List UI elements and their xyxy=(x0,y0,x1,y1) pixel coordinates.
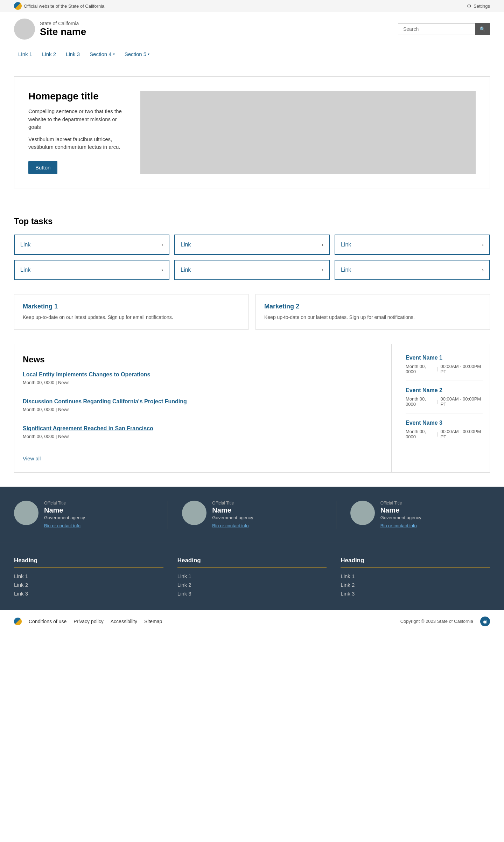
news-link-0[interactable]: Local Entity Implements Changes to Opera… xyxy=(23,371,383,378)
marketing-section: Marketing 1 Keep up-to-date on our lates… xyxy=(14,294,490,330)
event-item-2: Event Name 3 Month 00, 0000 | 00:00AM - … xyxy=(406,420,483,446)
leader-bio-0[interactable]: Bio or contact info xyxy=(44,523,80,528)
event-name-2[interactable]: Event Name 3 xyxy=(406,420,483,426)
leader-bio-1[interactable]: Bio or contact info xyxy=(212,523,248,528)
footer-link-2-1[interactable]: Link 2 xyxy=(341,582,490,588)
leader-info-1: Official Title Name Government agency Bi… xyxy=(212,501,253,529)
leader-name-1: Name xyxy=(212,506,253,514)
task-card-4[interactable]: Link › xyxy=(174,260,330,280)
hero-text: Homepage title Compelling sentence or tw… xyxy=(28,91,126,174)
ca-logo-small-icon xyxy=(14,2,22,10)
chevron-right-icon: › xyxy=(322,267,323,273)
event-name-0[interactable]: Event Name 1 xyxy=(406,355,483,361)
task-card-0[interactable]: Link › xyxy=(14,235,169,255)
marketing-desc-1: Keep up-to-date on our latest updates. S… xyxy=(264,314,481,321)
view-all-link[interactable]: View all xyxy=(23,455,41,461)
event-meta-1: Month 00, 0000 | 00:00AM - 00:00PM PT xyxy=(406,396,483,407)
chevron-right-icon: › xyxy=(322,242,323,248)
site-title-block: State of California Site name xyxy=(40,21,86,37)
news-link-1[interactable]: Discussion Continues Regarding Californi… xyxy=(23,398,383,405)
chevron-right-icon: › xyxy=(161,267,163,273)
main-nav: Link 1 Link 2 Link 3 Section 4 ▾ Section… xyxy=(0,46,504,62)
leadership-section: Official Title Name Government agency Bi… xyxy=(0,487,504,543)
footer-link-2-0[interactable]: Link 1 xyxy=(341,573,490,579)
event-divider: | xyxy=(436,399,438,404)
nav-item-link2[interactable]: Link 2 xyxy=(38,46,60,62)
nav-item-section5[interactable]: Section 5 ▾ xyxy=(120,46,154,62)
top-tasks-section: Top tasks Link › Link › Link › Link › Li… xyxy=(0,202,504,294)
hero-desc1: Compelling sentence or two that ties the… xyxy=(28,107,126,131)
chevron-down-icon: ▾ xyxy=(113,52,115,56)
site-header: State of California Site name 🔍 xyxy=(0,12,504,46)
top-bar-left: Official website of the State of Califor… xyxy=(14,2,104,10)
news-link-2[interactable]: Significant Agreement Reached in San Fra… xyxy=(23,425,383,432)
leader-avatar-0 xyxy=(14,501,38,525)
task-card-3[interactable]: Link › xyxy=(14,260,169,280)
leader-official-title-2: Official Title xyxy=(380,501,421,506)
leader-card-1: Official Title Name Government agency Bi… xyxy=(182,501,322,529)
nav-item-link1[interactable]: Link 1 xyxy=(14,46,36,62)
leader-card-2: Official Title Name Government agency Bi… xyxy=(350,501,490,529)
hero-button[interactable]: Button xyxy=(28,161,57,174)
footer-accessibility-link[interactable]: Accessibility xyxy=(111,619,137,624)
nav-item-section4[interactable]: Section 4 ▾ xyxy=(85,46,119,62)
leader-name-2: Name xyxy=(380,506,421,514)
event-divider: | xyxy=(436,366,438,371)
bottom-footer-links: Conditions of use Privacy policy Accessi… xyxy=(29,619,162,624)
settings-label: Settings xyxy=(474,4,490,9)
footer-link-1-0[interactable]: Link 1 xyxy=(177,573,327,579)
footer-col-0: Heading Link 1 Link 2 Link 3 xyxy=(14,557,163,599)
event-name-1[interactable]: Event Name 2 xyxy=(406,387,483,394)
footer-link-0-0[interactable]: Link 1 xyxy=(14,573,163,579)
task-card-5[interactable]: Link › xyxy=(335,260,490,280)
marketing-card-1: Marketing 2 Keep up-to-date on our lates… xyxy=(255,294,490,330)
footer-link-0-1[interactable]: Link 2 xyxy=(14,582,163,588)
footer-link-2-2[interactable]: Link 3 xyxy=(341,591,490,597)
nav-item-link3[interactable]: Link 3 xyxy=(62,46,84,62)
news-item-2: Significant Agreement Reached in San Fra… xyxy=(23,425,383,446)
leader-avatar-1 xyxy=(182,501,206,525)
marketing-card-0: Marketing 1 Keep up-to-date on our lates… xyxy=(14,294,248,330)
site-name: Site name xyxy=(40,26,86,37)
task-card-2[interactable]: Link › xyxy=(335,235,490,255)
chevron-down-icon: ▾ xyxy=(148,52,149,56)
news-section: News Local Entity Implements Changes to … xyxy=(14,344,392,472)
news-meta-2: Month 00, 0000 | News xyxy=(23,434,69,439)
footer-sitemap-link[interactable]: Sitemap xyxy=(144,619,162,624)
hero-section: Homepage title Compelling sentence or tw… xyxy=(14,76,490,188)
leader-separator xyxy=(336,501,336,529)
news-item-0: Local Entity Implements Changes to Opera… xyxy=(23,371,383,392)
official-text: Official website of the State of Califor… xyxy=(24,4,104,9)
github-icon[interactable]: ◉ xyxy=(480,617,490,626)
settings-button[interactable]: ⚙ Settings xyxy=(467,3,490,9)
footer-heading-2: Heading xyxy=(341,557,490,568)
leader-name-0: Name xyxy=(44,506,85,514)
search-input[interactable] xyxy=(398,23,475,35)
bottom-footer: Conditions of use Privacy policy Accessi… xyxy=(0,610,504,633)
search-button[interactable]: 🔍 xyxy=(475,23,490,35)
footer-link-1-1[interactable]: Link 2 xyxy=(177,582,327,588)
news-meta-0: Month 00, 0000 | News xyxy=(23,380,69,385)
marketing-desc-0: Keep up-to-date on our latest updates. S… xyxy=(23,314,240,321)
top-bar: Official website of the State of Califor… xyxy=(0,0,504,12)
event-divider: | xyxy=(436,431,438,437)
footer-link-0-2[interactable]: Link 3 xyxy=(14,591,163,597)
news-meta-1: Month 00, 0000 | News xyxy=(23,407,69,412)
chevron-right-icon: › xyxy=(161,242,163,248)
task-card-1[interactable]: Link › xyxy=(174,235,330,255)
bottom-right: Copyright © 2023 State of California ◉ xyxy=(400,617,490,626)
leader-card-0: Official Title Name Government agency Bi… xyxy=(14,501,154,529)
event-meta-2: Month 00, 0000 | 00:00AM - 00:00PM PT xyxy=(406,429,483,439)
chevron-right-icon: › xyxy=(482,267,484,273)
footer-conditions-link[interactable]: Conditions of use xyxy=(29,619,66,624)
events-section: Event Name 1 Month 00, 0000 | 00:00AM - … xyxy=(399,344,490,472)
footer-link-1-2[interactable]: Link 3 xyxy=(177,591,327,597)
news-item-1: Discussion Continues Regarding Californi… xyxy=(23,398,383,419)
leader-bio-2[interactable]: Bio or contact info xyxy=(380,523,417,528)
site-label: State of California xyxy=(40,21,86,26)
footer-col-2: Heading Link 1 Link 2 Link 3 xyxy=(341,557,490,599)
leader-official-title-0: Official Title xyxy=(44,501,85,506)
marketing-title-1: Marketing 2 xyxy=(264,303,481,310)
leader-official-title-1: Official Title xyxy=(212,501,253,506)
footer-privacy-link[interactable]: Privacy policy xyxy=(74,619,104,624)
